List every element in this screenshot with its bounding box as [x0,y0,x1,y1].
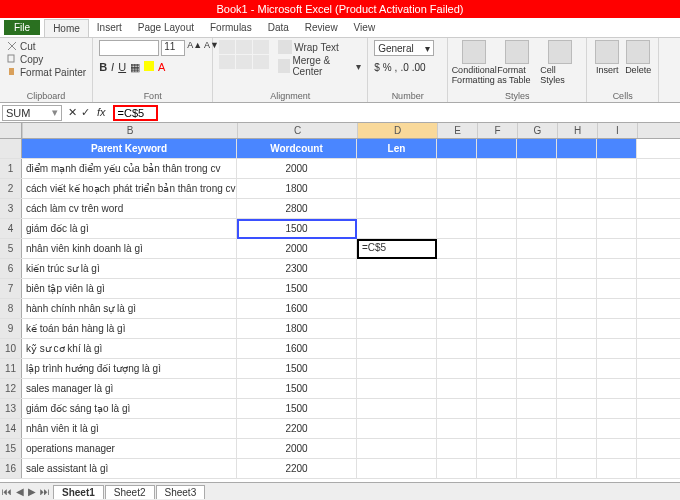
cell[interactable] [597,179,637,198]
cell[interactable] [477,459,517,478]
cell[interactable] [557,439,597,458]
row-header[interactable]: 7 [0,279,22,298]
row-header[interactable]: 15 [0,439,22,458]
delete-cells-button[interactable]: Delete [624,40,652,75]
cell-d[interactable] [357,359,437,378]
cell[interactable] [597,259,637,278]
cell-b[interactable]: kế toán bán hàng là gì [22,319,237,338]
font-color-button[interactable]: A [158,61,165,74]
row-header[interactable]: 13 [0,399,22,418]
cell[interactable] [517,319,557,338]
cell-c[interactable]: 2800 [237,199,357,218]
sheet-tab-3[interactable]: Sheet3 [156,485,206,499]
cell[interactable] [477,279,517,298]
sheet-nav-next-icon[interactable]: ▶ [26,486,38,497]
cell[interactable] [477,419,517,438]
cell[interactable] [437,139,477,158]
cell-c[interactable]: 2200 [237,459,357,478]
cell[interactable] [437,459,477,478]
cell-b[interactable]: kỹ sư cơ khí là gì [22,339,237,358]
cell-d[interactable] [357,259,437,278]
file-tab[interactable]: File [4,20,40,35]
sheet-nav-last-icon[interactable]: ⏭ [38,486,52,497]
cell-c[interactable]: 2300 [237,259,357,278]
cell[interactable] [597,139,637,158]
undo-icon[interactable] [19,2,31,14]
cell[interactable] [597,319,637,338]
wrap-text-button[interactable]: Wrap Text [278,40,361,54]
cell[interactable] [597,419,637,438]
row-header[interactable]: 9 [0,319,22,338]
cell[interactable] [597,159,637,178]
row-header[interactable]: 6 [0,259,22,278]
merge-center-button[interactable]: Merge & Center ▾ [278,55,361,77]
cell-b[interactable]: kiến trúc sư là gì [22,259,237,278]
cell[interactable] [437,219,477,238]
cell[interactable] [557,199,597,218]
col-header-b[interactable]: B [23,123,238,138]
fx-icon[interactable]: fx [94,106,109,119]
cell[interactable] [557,399,597,418]
cell-c[interactable]: 1600 [237,339,357,358]
cell[interactable] [557,139,597,158]
cell[interactable] [437,379,477,398]
cell[interactable] [557,239,597,258]
cell[interactable] [557,279,597,298]
number-format-select[interactable]: General▾ [374,40,434,56]
row-header[interactable]: 8 [0,299,22,318]
cell[interactable] [477,299,517,318]
bold-button[interactable]: B [99,61,107,74]
cell[interactable] [517,299,557,318]
cell[interactable] [517,439,557,458]
cell-b[interactable]: biên tập viên là gì [22,279,237,298]
cell-b[interactable]: sales manager là gì [22,379,237,398]
cell-d[interactable] [357,319,437,338]
cell[interactable] [437,279,477,298]
cell-styles-button[interactable]: Cell Styles [540,40,580,85]
cell-c[interactable]: 1500 [237,379,357,398]
cell[interactable] [477,199,517,218]
tab-insert[interactable]: Insert [89,19,130,36]
cell-d[interactable] [357,459,437,478]
tab-formulas[interactable]: Formulas [202,19,260,36]
tab-review[interactable]: Review [297,19,346,36]
cell[interactable] [477,379,517,398]
cell-d[interactable] [357,439,437,458]
sheet-nav-first-icon[interactable]: ⏮ [0,486,14,497]
italic-button[interactable]: I [111,61,114,74]
cell-d[interactable] [357,199,437,218]
currency-button[interactable]: $ [374,62,380,73]
cell-b[interactable]: cách làm cv trên word [22,199,237,218]
cell-d[interactable] [357,419,437,438]
cell[interactable] [557,459,597,478]
cell-b[interactable]: operations manager [22,439,237,458]
font-size-select[interactable]: 11 [161,40,185,56]
underline-button[interactable]: U [118,61,126,74]
cell[interactable] [597,399,637,418]
cell[interactable] [477,259,517,278]
cell[interactable] [517,459,557,478]
cell[interactable] [557,379,597,398]
col-header-h[interactable]: H [558,123,598,138]
cell[interactable] [517,339,557,358]
cell[interactable] [557,219,597,238]
font-family-select[interactable] [99,40,159,56]
sheet-nav-prev-icon[interactable]: ◀ [14,486,26,497]
copy-button[interactable]: Copy [6,53,86,65]
cell[interactable] [597,299,637,318]
cell-b[interactable]: hành chính nhân sự là gì [22,299,237,318]
cut-button[interactable]: Cut [6,40,86,52]
cell-c[interactable]: 1800 [237,319,357,338]
cell[interactable] [557,179,597,198]
increase-decimal-button[interactable]: .0 [400,62,408,73]
col-header-i[interactable]: I [598,123,638,138]
cell[interactable] [557,299,597,318]
cell[interactable] [517,139,557,158]
cell-b[interactable]: giám đốc sáng tạo là gì [22,399,237,418]
cell[interactable] [517,159,557,178]
sheet-tab-2[interactable]: Sheet2 [105,485,155,499]
row-header[interactable]: 4 [0,219,22,238]
cell[interactable] [437,299,477,318]
cell[interactable] [557,359,597,378]
cell-c[interactable]: 2200 [237,419,357,438]
